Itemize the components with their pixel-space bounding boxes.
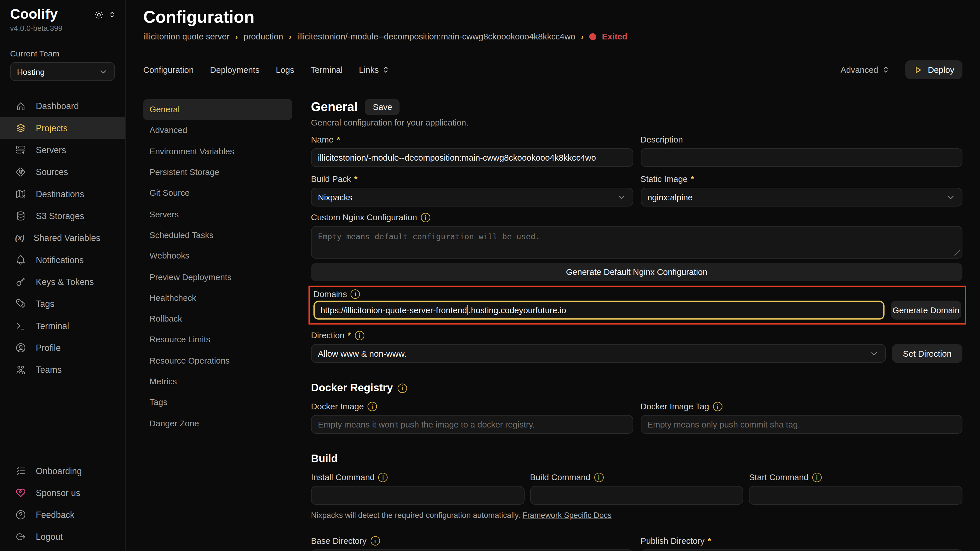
build-pack-select[interactable]: Nixpacks (311, 188, 633, 206)
sidebar-item-s3-storages[interactable]: S3 Storages (0, 205, 125, 227)
tab-deployments[interactable]: Deployments (210, 65, 259, 75)
subnav-resource-limits[interactable]: Resource Limits (143, 329, 292, 350)
save-button[interactable]: Save (365, 99, 399, 115)
tab-terminal[interactable]: Terminal (310, 65, 342, 75)
generate-domain-button[interactable]: Generate Domain (891, 301, 961, 319)
info-icon[interactable] (594, 473, 603, 482)
advanced-dropdown[interactable]: Advanced (841, 65, 890, 75)
subnav-git-source[interactable]: Git Source (143, 183, 292, 204)
name-input[interactable] (311, 148, 633, 167)
team-select[interactable]: Hosting (10, 62, 115, 81)
subnav-healthcheck[interactable]: Healthcheck (143, 287, 292, 308)
info-icon[interactable] (368, 402, 377, 411)
docker-image-tag-label: Docker Image Tag (640, 402, 709, 411)
sidebar-item-sponsor[interactable]: Sponsor us (0, 482, 125, 503)
chevron-down-icon (99, 67, 108, 76)
info-icon[interactable] (351, 289, 360, 299)
info-icon[interactable] (421, 213, 430, 222)
sidebar-item-tags[interactable]: Tags (0, 292, 125, 314)
subnav-webhooks[interactable]: Webhooks (143, 246, 292, 267)
build-command-input[interactable] (530, 486, 743, 505)
users-icon (15, 364, 26, 375)
direction-label: Direction (311, 331, 351, 340)
terminal-icon (15, 320, 26, 331)
subnav-general[interactable]: General (143, 99, 292, 120)
info-icon[interactable] (398, 383, 407, 393)
custom-nginx-textarea[interactable] (311, 226, 962, 259)
subnav-metrics[interactable]: Metrics (143, 371, 292, 392)
heart-icon (15, 487, 26, 498)
breadcrumb-application[interactable]: illicitestonion/-module--decomposition:m… (297, 32, 575, 41)
install-command-input[interactable] (311, 486, 524, 505)
sidebar-item-sources[interactable]: Sources (0, 160, 125, 183)
set-direction-button[interactable]: Set Direction (892, 344, 963, 363)
user-circle-icon (15, 342, 26, 353)
config-subnav: General Advanced Environment Variables P… (143, 99, 292, 551)
tab-logs[interactable]: Logs (276, 65, 294, 75)
sidebar-item-shared-variables[interactable]: Shared Variables (0, 227, 125, 248)
tab-links[interactable]: Links (359, 65, 390, 75)
subnav-tags[interactable]: Tags (143, 392, 292, 413)
base-directory-input[interactable] (311, 549, 633, 551)
sidebar-item-projects[interactable]: Projects (0, 117, 125, 139)
name-label: Name (311, 135, 340, 144)
subnav-rollback[interactable]: Rollback (143, 308, 292, 329)
sidebar-item-destinations[interactable]: Destinations (0, 183, 125, 205)
publish-directory-label: Publish Directory (640, 536, 711, 546)
sidebar-item-logout[interactable]: Logout (0, 526, 125, 547)
info-icon[interactable] (371, 536, 380, 546)
breadcrumb-project[interactable]: illicitonion quote server (143, 32, 229, 41)
server-icon (15, 144, 26, 155)
info-icon[interactable] (812, 473, 822, 482)
info-icon[interactable] (355, 331, 364, 340)
theme-sun-icon[interactable] (94, 9, 104, 20)
selector-icon (881, 65, 891, 74)
subnav-preview-deployments[interactable]: Preview Deployments (143, 266, 292, 287)
sidebar-item-keys-tokens[interactable]: Keys & Tokens (0, 271, 125, 292)
sidebar: Coolify v4.0.0-beta.399 Current Team Hos… (0, 0, 126, 551)
page-title: Configuration (143, 6, 963, 28)
info-icon[interactable] (378, 473, 388, 482)
framework-docs-link[interactable]: Framework Specific Docs (523, 511, 612, 520)
subnav-persistent-storage[interactable]: Persistent Storage (143, 162, 292, 183)
breadcrumb-environment[interactable]: production (243, 32, 283, 41)
sidebar-item-dashboard[interactable]: Dashboard (0, 95, 125, 117)
sidebar-item-teams[interactable]: Teams (0, 359, 125, 380)
subnav-danger-zone[interactable]: Danger Zone (143, 413, 292, 434)
subnav-servers[interactable]: Servers (143, 204, 292, 225)
sidebar-item-onboarding[interactable]: Onboarding (0, 459, 125, 481)
docker-image-input[interactable] (311, 415, 633, 434)
sidebar-item-profile[interactable]: Profile (0, 337, 125, 359)
version-selector-icon[interactable] (108, 10, 116, 18)
sidebar-item-servers[interactable]: Servers (0, 139, 125, 160)
tags-icon (15, 298, 26, 309)
breadcrumb-separator-icon: › (581, 32, 584, 41)
subnav-advanced[interactable]: Advanced (143, 120, 292, 141)
publish-directory-input[interactable] (640, 549, 963, 551)
subnav-scheduled-tasks[interactable]: Scheduled Tasks (143, 225, 292, 246)
bell-icon (15, 254, 26, 265)
direction-select[interactable]: Allow www & non-www. (311, 344, 886, 363)
resize-handle[interactable] (955, 250, 960, 256)
info-icon[interactable] (713, 402, 722, 411)
generate-nginx-button[interactable]: Generate Default Nginx Configuration (311, 263, 962, 281)
sidebar-item-notifications[interactable]: Notifications (0, 249, 125, 271)
static-image-select[interactable]: nginx:alpine (640, 188, 963, 206)
key-icon (15, 276, 26, 287)
sidebar-item-feedback[interactable]: Feedback (0, 503, 125, 526)
stack-icon (15, 122, 26, 133)
subnav-resource-operations[interactable]: Resource Operations (143, 350, 292, 371)
deploy-button[interactable]: Deploy (905, 60, 963, 79)
start-command-input[interactable] (749, 486, 963, 505)
docker-image-tag-input[interactable] (640, 415, 963, 434)
tab-configuration[interactable]: Configuration (143, 65, 194, 75)
description-input[interactable] (640, 148, 963, 167)
static-image-label: Static Image (640, 175, 694, 184)
map-icon (15, 188, 26, 199)
tabs-row: Configuration Deployments Logs Terminal … (143, 60, 963, 79)
domains-input[interactable]: https://illicitonion-quote-server-fronte… (313, 301, 885, 319)
subnav-environment-variables[interactable]: Environment Variables (143, 141, 292, 162)
custom-nginx-label: Custom Nginx Configuration (311, 213, 417, 222)
sidebar-item-terminal[interactable]: Terminal (0, 314, 125, 337)
description-label: Description (640, 135, 683, 144)
